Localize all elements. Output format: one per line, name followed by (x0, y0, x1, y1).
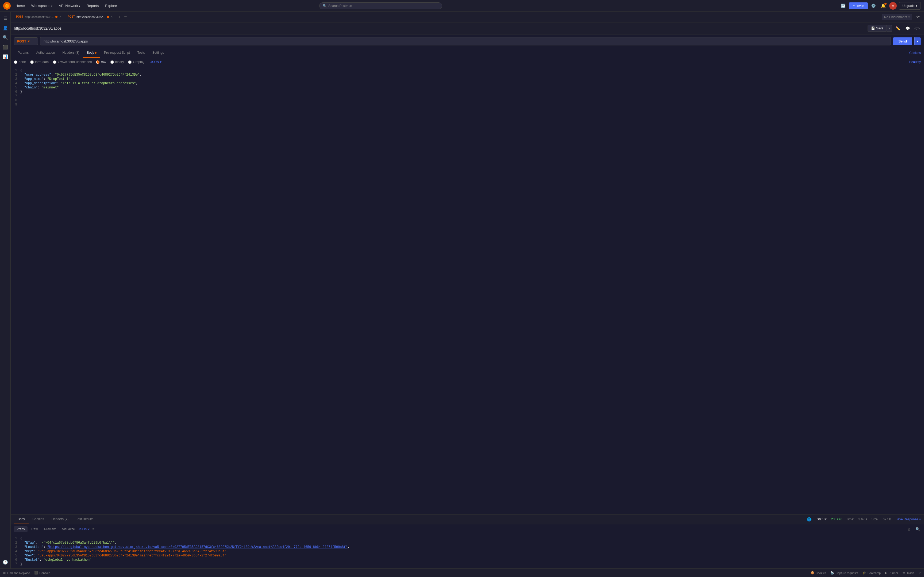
console-button[interactable]: ⬛ Console (34, 571, 50, 575)
request-body-editor[interactable]: 1 { 2 "user_address": "0x027795dE35AC815… (11, 66, 924, 514)
tab-headers[interactable]: Headers (8) (58, 48, 83, 58)
nav-explore[interactable]: Explore (102, 2, 120, 9)
response-format-selector[interactable]: JSON ▾ (79, 527, 90, 531)
capture-requests-button[interactable]: 📡 Capture requests (830, 571, 858, 575)
url-input[interactable] (40, 37, 891, 45)
search-response-icon[interactable]: 🔍 (914, 526, 921, 532)
resp-view-pretty[interactable]: Pretty (14, 526, 27, 532)
chevron-down-icon: ▾ (916, 4, 917, 8)
body-format-selector[interactable]: JSON ▾ (150, 60, 162, 64)
find-replace-button[interactable]: ⊞ Find and Replace (3, 571, 30, 575)
nav-right: 🔄 ✦ Invite ⚙️ 🔔 A Upgrade ▾ (839, 2, 921, 10)
environment-selector[interactable]: No Environment ▾ (882, 14, 912, 20)
cookies-bottom-button[interactable]: 🍪 Cookies (811, 571, 826, 575)
search-bar[interactable]: 🔍 Search Postman (319, 2, 442, 9)
nav-reports[interactable]: Reports (84, 2, 102, 9)
format-chevron-icon: ▾ (160, 60, 162, 64)
radio-raw[interactable]: raw (96, 60, 106, 64)
nav-home[interactable]: Home (13, 2, 27, 9)
api-icon[interactable]: 👤 (1, 24, 10, 32)
method-selector[interactable]: POST ▾ (14, 37, 38, 45)
tab-2-dot (107, 16, 109, 18)
sync-icon[interactable]: 🔄 (839, 2, 847, 10)
radio-urlencoded[interactable]: x-www-form-urlencoded (53, 60, 92, 64)
tab-settings[interactable]: Settings (149, 48, 168, 58)
tab-body[interactable]: Body (83, 48, 100, 58)
tab-1-url: http://localhost:3032... (25, 15, 54, 18)
resp-tab-headers[interactable]: Headers (7) (48, 514, 72, 524)
req-line-9: 9 (11, 103, 924, 107)
req-line-6: 6 } (11, 90, 924, 94)
req-line-3: 3 "app_name": "DropTest 1", (11, 77, 924, 81)
resp-view-raw[interactable]: Raw (29, 526, 40, 532)
radio-graphql[interactable]: GraphQL (128, 60, 146, 64)
resp-tab-test-results[interactable]: Test Results (72, 514, 97, 524)
notifications-icon[interactable]: 🔔 (880, 2, 887, 10)
bootcamp-button[interactable]: 🎓 Bootcamp (863, 571, 881, 575)
tab-2[interactable]: POST http://localhost:3032... ✕ (65, 12, 116, 22)
size-label: Size: (871, 517, 879, 521)
invite-button[interactable]: ✦ Invite (849, 2, 868, 9)
radio-form-data[interactable]: form-data (30, 60, 48, 64)
nav-api-network[interactable]: API Network (56, 2, 83, 9)
app-logo: 🟠 (3, 2, 11, 10)
search-icon-sidebar[interactable]: 🔍 (1, 33, 10, 42)
radio-none[interactable]: none (14, 60, 26, 64)
runner-button[interactable]: ▶ Runner (885, 571, 898, 575)
edit-icon[interactable]: ✏️ (894, 24, 901, 32)
tab-2-url: http://localhost:3032... (76, 15, 105, 18)
beautify-button[interactable]: Beautify (909, 60, 921, 64)
resp-view-visualize[interactable]: Visualize (59, 526, 78, 532)
history-icon[interactable]: 🕐 (1, 558, 10, 566)
resp-line-7: 7 } (11, 562, 924, 566)
save-dropdown-button[interactable]: ▾ (887, 25, 892, 32)
resp-view-preview[interactable]: Preview (42, 526, 58, 532)
code-icon[interactable]: </> (913, 24, 921, 32)
save-response-button[interactable]: Save Response ▾ (895, 517, 921, 521)
radio-binary[interactable]: binary (110, 60, 124, 64)
environments-icon[interactable]: ⬛ (1, 43, 10, 51)
req-line-2: 2 "user_address": "0x027795dE35AC8157dC3… (11, 73, 924, 77)
tab-params[interactable]: Params (14, 48, 32, 58)
bottom-bar: ⊞ Find and Replace ⬛ Console 🍪 Cookies 📡… (0, 569, 924, 577)
nav-items: Home Workspaces API Network Reports Expl… (13, 2, 120, 9)
more-tabs-button[interactable]: ••• (123, 15, 128, 19)
save-button[interactable]: 💾 Save (867, 25, 887, 32)
eye-icon[interactable]: 👁 (914, 13, 922, 21)
tab-1[interactable]: POST http://localhost:3032... ✕ (13, 12, 65, 22)
send-dropdown-button[interactable]: ▾ (914, 37, 921, 45)
tab-2-close[interactable]: ✕ (111, 15, 113, 18)
send-button[interactable]: Send (893, 37, 912, 45)
mock-icon[interactable]: 📊 (1, 52, 10, 61)
upgrade-button[interactable]: Upgrade ▾ (899, 2, 921, 10)
nav-workspaces[interactable]: Workspaces (29, 2, 55, 9)
wrap-lines-icon[interactable]: ≡ (92, 527, 94, 531)
cookies-link[interactable]: Cookies (909, 51, 921, 55)
method-label: POST (17, 39, 26, 43)
user-avatar[interactable]: A (889, 2, 897, 10)
collections-icon[interactable]: ☰ (1, 14, 10, 23)
request-tabs: Params Authorization Headers (8) Body Pr… (11, 48, 924, 58)
find-replace-icon: ⊞ (3, 571, 6, 575)
trash-button[interactable]: 🗑 Trash (902, 571, 914, 575)
search-placeholder: Search Postman (328, 4, 352, 8)
tab-1-close[interactable]: ✕ (59, 15, 61, 18)
save-button-group: 💾 Save ▾ (867, 25, 892, 32)
resp-format-chevron-icon: ▾ (88, 527, 90, 531)
time-label: Time: (846, 517, 854, 521)
tab-2-method: POST (68, 15, 75, 18)
response-tab-bar: Body Cookies Headers (7) Test Results 🌐 … (11, 514, 924, 524)
resp-tab-body[interactable]: Body (14, 514, 29, 524)
time-value: 3.67 s (858, 517, 867, 521)
comment-icon[interactable]: 💬 (904, 24, 911, 32)
add-tab-button[interactable]: + (116, 15, 123, 19)
capture-icon: 📡 (830, 571, 834, 575)
tab-authorization[interactable]: Authorization (32, 48, 58, 58)
bootcamp-icon: 🎓 (863, 571, 866, 575)
tab-pre-request[interactable]: Pre-request Script (100, 48, 134, 58)
resp-tab-cookies[interactable]: Cookies (29, 514, 48, 524)
copy-response-icon[interactable]: ⧉ (906, 526, 912, 532)
expand-button[interactable]: ⤢ (918, 571, 921, 575)
settings-icon[interactable]: ⚙️ (870, 2, 877, 10)
tab-tests[interactable]: Tests (134, 48, 149, 58)
